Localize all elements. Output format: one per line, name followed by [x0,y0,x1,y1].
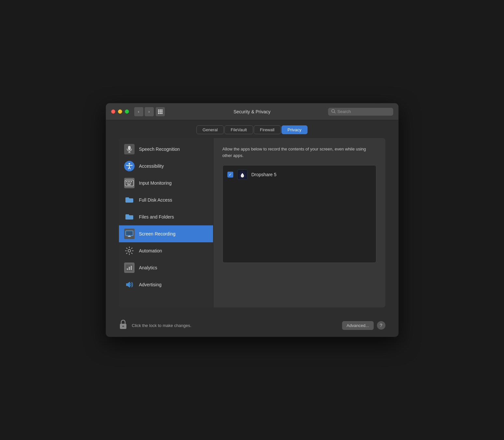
sidebar-label-files: Files and Folders [139,214,174,220]
traffic-lights [111,109,129,114]
svg-rect-20 [127,183,128,184]
svg-rect-0 [158,109,159,111]
svg-rect-22 [130,183,131,184]
sidebar-item-automation[interactable]: Automation [119,242,213,259]
svg-rect-29 [129,267,130,270]
maximize-button[interactable] [125,109,129,114]
accessibility-icon [124,161,135,171]
svg-rect-6 [158,113,159,114]
svg-rect-7 [160,113,161,114]
svg-rect-5 [161,111,163,112]
titlebar: ‹ › Security & Privacy [106,103,398,120]
description-text: Allow the apps below to record the conte… [223,146,376,159]
main-panel: Speech Recognition Accessibility [119,138,385,307]
keyboard-icon [124,178,135,188]
svg-rect-21 [128,183,129,184]
tab-privacy[interactable]: Privacy [281,125,308,134]
mic-icon [124,144,135,154]
search-icon [331,109,336,114]
sidebar-item-speech-recognition[interactable]: Speech Recognition [119,141,213,158]
sidebar-item-full-disk-access[interactable]: Full Disk Access [119,192,213,208]
nav-buttons: ‹ › [134,107,154,116]
sidebar-label-accessibility: Accessibility [139,163,164,169]
sidebar-label-fulldisk: Full Disk Access [139,197,172,203]
svg-rect-3 [158,111,159,112]
sidebar-label-speech: Speech Recognition [139,147,180,152]
sidebar-item-advertising[interactable]: Advertising [119,276,213,293]
table-row: ✓ Dropshare 5 [223,167,376,182]
search-box[interactable] [328,108,393,116]
svg-rect-18 [129,181,130,182]
megaphone-icon [124,279,135,290]
folder-full-disk-icon [124,195,135,205]
back-button[interactable]: ‹ [134,107,143,116]
sidebar: Speech Recognition Accessibility [119,138,213,307]
checkmark-icon: ✓ [229,172,232,177]
sidebar-item-analytics[interactable]: Analytics [119,259,213,276]
minimize-button[interactable] [118,109,122,114]
bottom-right-controls: Advanced... ? [342,321,385,330]
search-input[interactable] [338,109,390,114]
sidebar-label-automation: Automation [139,248,162,253]
help-button[interactable]: ? [377,321,385,330]
app-name-dropshare: Dropshare 5 [252,172,277,177]
svg-rect-25 [126,231,133,235]
gear-icon [124,246,135,256]
right-panel: Allow the apps below to record the conte… [213,138,385,307]
folder-files-icon [124,212,135,222]
svg-rect-28 [127,268,128,270]
svg-rect-4 [160,111,161,112]
sidebar-label-screen-recording: Screen Recording [139,231,176,236]
chart-icon [124,263,135,273]
bottom-bar: Click the lock to make changes. Advanced… [106,314,398,337]
app-list: ✓ Dropshare 5 [223,165,376,263]
svg-rect-32 [122,326,124,327]
tab-general[interactable]: General [196,125,224,134]
svg-line-10 [334,112,335,113]
lock-icon[interactable] [119,319,127,332]
tab-firewall[interactable]: Firewall [254,125,281,134]
svg-point-14 [128,163,130,165]
grid-button[interactable] [156,107,165,116]
window-title: Security & Privacy [234,109,271,114]
svg-rect-11 [128,146,131,150]
close-button[interactable] [111,109,115,114]
sidebar-label-advertising: Advertising [139,282,162,287]
svg-rect-1 [160,109,161,111]
svg-rect-17 [128,181,129,182]
sidebar-item-files-and-folders[interactable]: Files and Folders [119,208,213,225]
sidebar-item-input-monitoring[interactable]: Input Monitoring [119,175,213,192]
sidebar-label-input: Input Monitoring [139,180,172,186]
sidebar-item-accessibility[interactable]: Accessibility [119,158,213,175]
advanced-button[interactable]: Advanced... [342,321,374,330]
svg-rect-19 [131,181,132,182]
sidebar-item-screen-recording[interactable]: Screen Recording [119,225,213,242]
lock-text: Click the lock to make changes. [132,323,192,328]
forward-button[interactable]: › [145,107,154,116]
sidebar-label-analytics: Analytics [139,265,157,270]
tab-filevault[interactable]: FileVault [224,125,253,134]
main-window: ‹ › Security & Privacy [106,103,399,337]
monitor-icon [124,229,135,239]
svg-point-26 [128,249,131,252]
tabs-bar: General FileVault Firewall Privacy [106,120,398,138]
dropshare-icon [237,169,248,180]
svg-rect-8 [161,113,163,114]
svg-rect-2 [161,109,163,111]
svg-rect-23 [127,184,131,185]
content-area: Speech Recognition Accessibility [106,138,398,314]
svg-rect-30 [131,266,132,270]
svg-rect-16 [126,181,127,182]
app-checkbox-dropshare[interactable]: ✓ [227,172,233,177]
